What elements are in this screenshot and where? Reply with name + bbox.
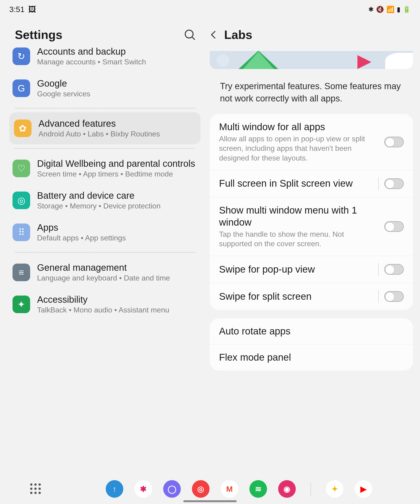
labs-item-title: Swipe for pop-up view <box>219 263 373 276</box>
apps-icon: ⠿ <box>12 223 30 241</box>
labs-item-swipe-split[interactable]: Swipe for split screen <box>210 283 413 310</box>
page-title-settings: Settings <box>15 28 62 42</box>
sidebar-item-label: Apps <box>37 222 197 233</box>
signal-icon: ▮ <box>397 6 400 13</box>
sidebar-item-subtitle: Storage • Memory • Device protection <box>37 202 197 210</box>
sidebar-item-label: Digital Wellbeing and parental controls <box>37 158 197 169</box>
home-indicator[interactable] <box>183 500 237 502</box>
sidebar-item-apps[interactable]: ⠿AppsDefault apps • App settings <box>8 216 202 248</box>
mute-icon: 🔇 <box>376 6 384 13</box>
sidebar-item-subtitle: Default apps • App settings <box>37 234 197 242</box>
toggle-multi-window-menu[interactable] <box>384 221 404 232</box>
dock-app-spotify[interactable]: ≋ <box>250 480 267 498</box>
labs-description: Try experimental features. Some features… <box>210 75 413 114</box>
labs-card: Auto rotate appsFlex mode panel <box>210 318 413 371</box>
vertical-separator <box>378 290 379 303</box>
dock-app-browser[interactable]: ◯ <box>163 480 181 498</box>
dock-app-photos[interactable]: ✦ <box>326 480 343 498</box>
wellbeing-icon: ♡ <box>12 160 30 177</box>
labs-item-title: Flex mode panel <box>219 351 404 364</box>
general-icon: ≡ <box>12 264 30 281</box>
labs-item-auto-rotate[interactable]: Auto rotate apps <box>210 318 413 345</box>
back-icon[interactable] <box>211 31 219 39</box>
labs-item-multi-window-menu[interactable]: Show multi window menu with 1 windowTap … <box>210 197 413 256</box>
advanced-icon: ✿ <box>14 120 31 137</box>
labs-card: Multi window for all appsAllow all apps … <box>210 114 413 310</box>
vertical-separator <box>378 263 379 276</box>
sidebar-item-label: Accessibility <box>37 294 197 305</box>
accessibility-icon: ✦ <box>12 295 30 313</box>
labs-item-title: Show multi window menu with 1 window <box>219 204 379 229</box>
divider <box>15 108 195 109</box>
labs-item-flex-mode[interactable]: Flex mode panel <box>210 344 413 371</box>
apps-drawer-icon[interactable] <box>30 483 41 494</box>
sidebar-item-label: Accounts and backup <box>37 46 197 57</box>
labs-item-multi-window-all[interactable]: Multi window for all appsAllow all apps … <box>210 114 413 170</box>
divider <box>15 148 195 149</box>
sidebar-item-accounts[interactable]: ↻Accounts and backupManage accounts • Sm… <box>8 46 202 72</box>
dock-app-upload[interactable]: ↑ <box>106 480 123 498</box>
status-bar: 3:51 🖼 ✱ 🔇 📶 ▮ 🔋 <box>0 0 420 18</box>
page-title-labs: Labs <box>224 28 252 42</box>
dock-app-slack[interactable]: ✱ <box>134 480 152 498</box>
labs-item-subtitle: Tap the handle to show the menu. Not sup… <box>219 229 379 249</box>
sidebar-item-advanced[interactable]: ✿Advanced featuresAndroid Auto • Labs • … <box>9 112 201 144</box>
sidebar-item-label: Battery and device care <box>37 190 197 201</box>
battery-icon: ◎ <box>12 192 30 209</box>
sidebar-item-subtitle: Screen time • App timers • Bedtime mode <box>37 170 197 178</box>
status-time: 3:51 <box>9 5 24 14</box>
divider <box>15 252 195 253</box>
sidebar-item-wellbeing[interactable]: ♡Digital Wellbeing and parental controls… <box>8 152 202 184</box>
toggle-multi-window-all[interactable] <box>384 137 404 147</box>
accounts-icon: ↻ <box>12 48 30 65</box>
sidebar-item-accessibility[interactable]: ✦AccessibilityTalkBack • Mono audio • As… <box>8 288 202 320</box>
labs-panel: Labs Try experimental features. Some fea… <box>210 18 420 474</box>
labs-item-subtitle: Allow all apps to open in pop-up view or… <box>219 134 379 163</box>
vertical-separator <box>378 177 379 190</box>
sidebar-item-battery[interactable]: ◎Battery and device careStorage • Memory… <box>8 184 202 216</box>
sidebar-item-subtitle: Google services <box>37 90 197 98</box>
sidebar-item-general[interactable]: ≡General managementLanguage and keyboard… <box>8 256 202 288</box>
dock-separator <box>310 482 311 495</box>
sidebar-item-google[interactable]: GGoogleGoogle services <box>8 72 202 104</box>
sidebar-item-label: Google <box>37 78 197 89</box>
dock-app-pocketcasts[interactable]: ◎ <box>192 480 210 498</box>
sidebar-item-subtitle: Language and keyboard • Date and time <box>37 274 197 282</box>
sidebar-item-subtitle: Android Auto • Labs • Bixby Routines <box>38 130 196 138</box>
sidebar-item-subtitle: Manage accounts • Smart Switch <box>37 58 197 66</box>
sidebar-item-label: General management <box>37 262 197 273</box>
wifi-icon: 📶 <box>386 6 395 13</box>
screenshot-icon: 🖼 <box>28 5 36 14</box>
labs-item-swipe-popup[interactable]: Swipe for pop-up view <box>210 256 413 283</box>
bluetooth-icon: ✱ <box>368 6 374 13</box>
search-icon[interactable] <box>185 30 195 40</box>
battery-icon: 🔋 <box>403 6 411 13</box>
labs-item-title: Auto rotate apps <box>219 325 404 337</box>
toggle-full-screen-split[interactable] <box>384 178 404 189</box>
dock-app-instagram[interactable]: ◉ <box>278 480 296 498</box>
dock-app-youtube[interactable]: ▶ <box>355 480 372 498</box>
sidebar-item-label: Advanced features <box>38 118 196 129</box>
dock: ↑✱◯◎M≋◉ ✦▶ <box>0 474 420 504</box>
dock-app-gmail[interactable]: M <box>221 480 238 498</box>
labs-hero-banner <box>210 51 413 69</box>
labs-item-title: Multi window for all apps <box>219 121 379 133</box>
sidebar-item-subtitle: TalkBack • Mono audio • Assistant menu <box>37 306 197 314</box>
labs-item-full-screen-split[interactable]: Full screen in Split screen view <box>210 170 413 197</box>
toggle-swipe-popup[interactable] <box>384 264 404 275</box>
settings-panel: Settings ↻Accounts and backupManage acco… <box>0 18 210 474</box>
labs-item-title: Full screen in Split screen view <box>219 177 373 190</box>
labs-item-title: Swipe for split screen <box>219 290 373 303</box>
toggle-swipe-split[interactable] <box>384 291 404 302</box>
google-icon: G <box>12 79 30 97</box>
